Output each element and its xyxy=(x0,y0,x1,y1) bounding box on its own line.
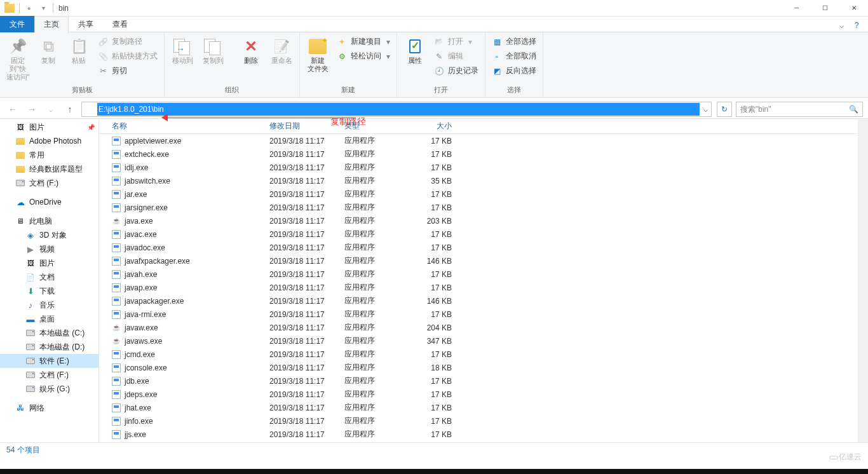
recent-dropdown[interactable]: ⌵ xyxy=(43,102,58,117)
file-size: 18 KB xyxy=(412,363,462,372)
sidebar-label: 本地磁盘 (C:) xyxy=(39,328,85,339)
column-size[interactable]: 大小 xyxy=(412,121,462,132)
sidebar-item[interactable]: 文档 xyxy=(0,270,98,284)
file-row[interactable]: jjs.exe2019/3/18 11:17应用程序17 KB xyxy=(99,428,868,441)
file-row[interactable]: jdb.exe2019/3/18 11:17应用程序17 KB xyxy=(99,374,868,388)
sidebar-item[interactable]: Adobe Photosh xyxy=(0,134,98,148)
address-input[interactable] xyxy=(97,103,700,116)
delete-button[interactable]: 删除 xyxy=(237,35,265,65)
sidebar-item[interactable]: 本地磁盘 (D:) xyxy=(0,340,98,354)
edit-button[interactable]: 编辑 xyxy=(431,50,481,63)
file-row[interactable]: javafxpackager.exe2019/3/18 11:17应用程序146… xyxy=(99,254,868,267)
open-button[interactable]: 打开▾ xyxy=(431,35,481,48)
sidebar-item[interactable]: 文档 (F:) xyxy=(0,176,98,190)
column-type[interactable]: 类型 xyxy=(339,121,412,132)
column-name[interactable]: 名称 xyxy=(99,121,264,132)
select-all-button[interactable]: 全部选择 xyxy=(489,35,539,48)
easy-access-button[interactable]: 轻松访问▾ xyxy=(334,50,393,63)
qat-dropdown-icon[interactable]: ▾ xyxy=(36,1,50,15)
navigation-pane[interactable]: 图片📌Adobe Photosh常用经典数据库题型文档 (F:)OneDrive… xyxy=(0,119,99,442)
qat-properties-icon[interactable]: ▫ xyxy=(22,1,36,15)
paste-shortcut-button[interactable]: 粘贴快捷方式 xyxy=(95,50,160,63)
close-button[interactable]: ✕ xyxy=(839,0,868,17)
sidebar-item[interactable]: 经典数据库题型 xyxy=(0,162,98,176)
sidebar-item[interactable]: OneDrive xyxy=(0,195,98,209)
file-list[interactable]: appletviewer.exe2019/3/18 11:17应用程序17 KB… xyxy=(99,134,868,442)
minimize-button[interactable]: ─ xyxy=(782,0,811,17)
tab-home[interactable]: 主页 xyxy=(34,16,69,32)
file-row[interactable]: jhat.exe2019/3/18 11:17应用程序17 KB xyxy=(99,401,868,414)
copy-path-button[interactable]: 复制路径 xyxy=(95,35,160,48)
column-date[interactable]: 修改日期 xyxy=(264,121,339,132)
properties-button[interactable]: 属性 xyxy=(401,35,429,65)
file-row[interactable]: jinfo.exe2019/3/18 11:17应用程序17 KB xyxy=(99,414,868,428)
tab-view[interactable]: 查看 xyxy=(103,16,137,32)
sidebar-label: 文档 (F:) xyxy=(29,178,58,189)
file-row[interactable]: javaw.exe2019/3/18 11:17应用程序204 KB xyxy=(99,321,868,334)
sidebar-item[interactable]: 娱乐 (G:) xyxy=(0,382,98,396)
file-row[interactable]: appletviewer.exe2019/3/18 11:17应用程序17 KB xyxy=(99,134,868,147)
ribbon-collapse-icon[interactable]: ⌵ xyxy=(835,19,848,32)
select-none-button[interactable]: 全部取消 xyxy=(489,50,539,63)
file-row[interactable]: jdeps.exe2019/3/18 11:17应用程序17 KB xyxy=(99,388,868,401)
file-row[interactable]: jabswitch.exe2019/3/18 11:17应用程序35 KB xyxy=(99,174,868,187)
help-icon[interactable]: ? xyxy=(850,19,863,32)
tab-share[interactable]: 共享 xyxy=(69,16,103,32)
file-row[interactable]: jarsigner.exe2019/3/18 11:17应用程序17 KB xyxy=(99,201,868,214)
sidebar-item[interactable]: 桌面 xyxy=(0,312,98,326)
file-row[interactable]: java-rmi.exe2019/3/18 11:17应用程序17 KB xyxy=(99,308,868,321)
sidebar-item[interactable]: 软件 (E:) xyxy=(0,354,98,368)
file-row[interactable]: jcmd.exe2019/3/18 11:17应用程序17 KB xyxy=(99,348,868,361)
back-button[interactable]: ← xyxy=(5,102,20,117)
sidebar-item[interactable]: 此电脑 xyxy=(0,214,98,228)
sidebar-item[interactable]: 下载 xyxy=(0,284,98,298)
file-row[interactable]: javah.exe2019/3/18 11:17应用程序17 KB xyxy=(99,267,868,281)
file-row[interactable]: javac.exe2019/3/18 11:17应用程序17 KB xyxy=(99,227,868,241)
file-row[interactable]: extcheck.exe2019/3/18 11:17应用程序17 KB xyxy=(99,147,868,161)
sidebar-item[interactable]: 图片📌 xyxy=(0,120,98,134)
sidebar-item[interactable]: 3D 对象 xyxy=(0,228,98,242)
window-title: bin xyxy=(58,4,69,13)
new-item-button[interactable]: 新建项目▾ xyxy=(334,35,393,48)
copy-to-button[interactable]: 复制到 xyxy=(199,35,227,65)
file-name: javaws.exe xyxy=(125,337,162,346)
search-box[interactable]: 搜索"bin" 🔍 xyxy=(736,102,863,117)
history-button[interactable]: 历史记录 xyxy=(431,64,481,78)
sidebar-item[interactable]: 视频 xyxy=(0,242,98,256)
file-row[interactable]: javadoc.exe2019/3/18 11:17应用程序17 KB xyxy=(99,241,868,254)
file-size: 17 KB xyxy=(412,203,462,212)
address-dropdown-icon[interactable]: ⌵ xyxy=(700,105,711,114)
address-bar[interactable]: ⌵ xyxy=(81,102,712,117)
maximize-button[interactable]: ☐ xyxy=(811,0,839,17)
forward-button[interactable]: → xyxy=(24,102,39,117)
move-to-button[interactable]: → 移动到 xyxy=(168,35,196,65)
sidebar-item[interactable]: 音乐 xyxy=(0,298,98,312)
refresh-button[interactable]: ↻ xyxy=(717,102,732,117)
file-row[interactable]: jconsole.exe2019/3/18 11:17应用程序18 KB xyxy=(99,361,868,374)
new-folder-button[interactable]: 新建 文件夹 xyxy=(304,35,332,73)
quick-access-toolbar: ▫ ▾ bin xyxy=(0,1,71,15)
invert-selection-button[interactable]: 反向选择 xyxy=(489,64,539,78)
file-name: jjs.exe xyxy=(125,430,146,439)
sidebar-item[interactable]: 常用 xyxy=(0,148,98,162)
file-row[interactable]: java.exe2019/3/18 11:17应用程序203 KB xyxy=(99,214,868,227)
file-row[interactable]: javaws.exe2019/3/18 11:17应用程序347 KB xyxy=(99,334,868,348)
rename-button[interactable]: 重命名 xyxy=(268,35,295,65)
sidebar-item[interactable]: 本地磁盘 (C:) xyxy=(0,326,98,340)
paste-button[interactable]: 粘贴 xyxy=(65,35,93,65)
file-row[interactable]: javapackager.exe2019/3/18 11:17应用程序146 K… xyxy=(99,294,868,308)
file-row[interactable]: javap.exe2019/3/18 11:17应用程序17 KB xyxy=(99,281,868,294)
sidebar-label: 下载 xyxy=(39,286,55,297)
sidebar-label: 文档 xyxy=(39,272,55,283)
file-row[interactable]: idlj.exe2019/3/18 11:17应用程序17 KB xyxy=(99,161,868,174)
file-row[interactable]: jar.exe2019/3/18 11:17应用程序17 KB xyxy=(99,187,868,201)
tab-file[interactable]: 文件 xyxy=(0,16,34,32)
exe-icon xyxy=(112,270,121,279)
copy-button[interactable]: 复制 xyxy=(34,35,62,65)
sidebar-item[interactable]: 网络 xyxy=(0,401,98,415)
up-button[interactable]: ↑ xyxy=(62,102,78,117)
sidebar-item[interactable]: 文档 (F:) xyxy=(0,368,98,382)
pin-to-quick-access-button[interactable]: 固定到"快 速访问" xyxy=(4,35,32,82)
cut-button[interactable]: 剪切 xyxy=(95,64,160,78)
sidebar-item[interactable]: 图片 xyxy=(0,256,98,270)
